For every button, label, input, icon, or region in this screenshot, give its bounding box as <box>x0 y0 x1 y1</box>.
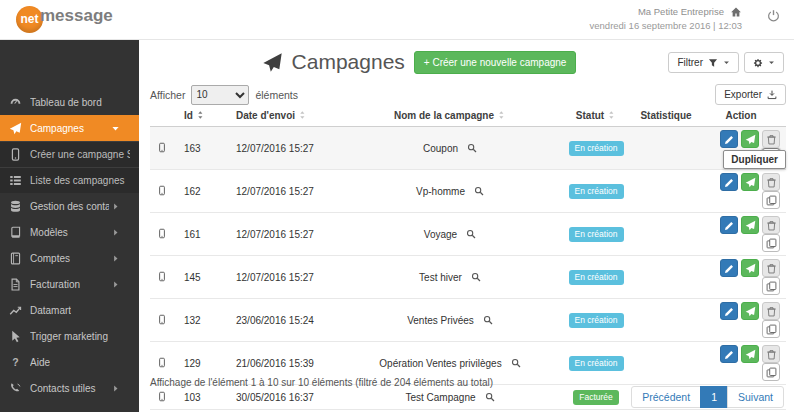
pencil-icon <box>724 134 735 145</box>
status-cell: En création <box>556 213 636 256</box>
mobile-icon <box>157 141 167 154</box>
sidebar-item-label: Comptes <box>30 253 70 264</box>
column-header-date-d-envoi[interactable]: Date d'envoi <box>224 108 344 127</box>
mobile-icon <box>157 390 167 403</box>
mobile-icon <box>157 270 167 283</box>
campaign-name: Vp-homme <box>416 186 465 197</box>
sort-icon <box>608 110 616 120</box>
sidebar-item-aide[interactable]: ?Aide <box>0 349 139 375</box>
delete-button[interactable] <box>762 130 780 148</box>
sms-channel-cell <box>150 385 174 410</box>
pencil-icon <box>724 349 735 360</box>
page-number-button[interactable]: 1 <box>700 386 728 408</box>
copy-icon <box>766 367 777 378</box>
campaign-id: 163 <box>174 127 224 170</box>
sidebar-item-creer-une-campagne-sms[interactable]: Créer une campagne SMS <box>0 141 139 167</box>
delete-button[interactable] <box>762 302 780 320</box>
column-header-id[interactable]: Id <box>174 108 224 127</box>
page-size-select[interactable]: 10 <box>191 85 249 105</box>
send-button[interactable] <box>741 173 759 191</box>
phone-icon <box>9 382 22 395</box>
campaign-name: Coupon <box>423 143 458 154</box>
mobile-icon <box>157 184 167 197</box>
home-icon[interactable] <box>730 6 742 18</box>
next-page-button[interactable]: Suivant <box>727 386 784 408</box>
status-badge: En création <box>569 141 624 156</box>
sidebar-item-facturation[interactable]: Facturation <box>0 271 139 297</box>
search-icon[interactable] <box>511 358 521 368</box>
edit-button[interactable] <box>720 130 738 148</box>
sidebar-item-label: Créer une campagne SMS <box>30 149 130 160</box>
sidebar-item-contacts-utiles[interactable]: Contacts utiles <box>0 375 139 401</box>
sidebar-item-label: Campagnes <box>30 123 84 134</box>
sidebar-item-campagnes[interactable]: Campagnes <box>0 115 139 141</box>
delete-button[interactable] <box>762 259 780 277</box>
export-label: Exporter <box>724 89 762 100</box>
caret-down-icon <box>109 124 122 133</box>
pencil-icon <box>724 177 735 188</box>
action-cell <box>696 170 786 213</box>
edit-button[interactable] <box>720 302 738 320</box>
trash-icon <box>766 263 777 274</box>
search-icon[interactable] <box>471 272 481 282</box>
send-button[interactable] <box>741 302 759 320</box>
campaign-name: Ventes Privées <box>407 315 474 326</box>
page-title: Campagnes <box>292 50 405 74</box>
sidebar-item-gestion-des-contacts[interactable]: Gestion des contacts <box>0 193 139 219</box>
copy-icon <box>766 281 777 292</box>
sidebar-item-datamart[interactable]: Datamart <box>0 297 139 323</box>
sort-icon <box>197 110 205 120</box>
duplicate-button[interactable] <box>762 363 780 381</box>
create-campaign-button[interactable]: + Créer une nouvelle campagne <box>414 51 577 74</box>
sidebar-item-tableau-de-bord[interactable]: Tableau de bord <box>0 89 139 115</box>
statistic-cell <box>636 256 696 299</box>
settings-button[interactable] <box>744 52 784 73</box>
search-icon[interactable] <box>485 392 495 402</box>
trash-icon <box>766 349 777 360</box>
delete-button[interactable] <box>762 345 780 363</box>
search-icon[interactable] <box>466 229 476 239</box>
edit-button[interactable] <box>720 173 738 191</box>
duplicate-button[interactable] <box>762 234 780 252</box>
edit-button[interactable] <box>720 216 738 234</box>
duplicate-button[interactable] <box>762 277 780 295</box>
duplicate-button[interactable] <box>762 320 780 338</box>
statistic-cell <box>636 213 696 256</box>
delete-button[interactable] <box>762 216 780 234</box>
sidebar-item-label: Facturation <box>30 279 80 290</box>
journal-icon <box>9 252 22 265</box>
prev-page-button[interactable]: Précédent <box>631 386 701 408</box>
sidebar-item-modeles[interactable]: Modèles <box>0 219 139 245</box>
sidebar-item-liste-des-campagnes[interactable]: Liste des campagnes <box>0 167 139 193</box>
send-button[interactable] <box>741 216 759 234</box>
table-controls: Afficher 10 éléments Exporter <box>150 84 786 105</box>
question-icon: ? <box>9 356 22 369</box>
search-icon[interactable] <box>474 186 484 196</box>
edit-button[interactable] <box>720 345 738 363</box>
edit-button[interactable] <box>720 259 738 277</box>
campaigns-icon <box>262 52 283 73</box>
sidebar-item-comptes[interactable]: Comptes <box>0 245 139 271</box>
column-header-statut[interactable]: Statut <box>556 108 636 127</box>
sms-channel-cell <box>150 256 174 299</box>
send-button[interactable] <box>741 259 759 277</box>
power-icon[interactable] <box>767 9 780 22</box>
export-button[interactable]: Exporter <box>715 84 786 105</box>
app-logo[interactable]: netmessage <box>16 6 113 33</box>
mobile-icon <box>157 313 167 326</box>
search-icon[interactable] <box>467 143 477 153</box>
duplicate-button[interactable] <box>762 191 780 209</box>
send-button[interactable] <box>741 345 759 363</box>
search-icon[interactable] <box>483 315 493 325</box>
page-header: Campagnes + Créer une nouvelle campagne <box>139 41 699 83</box>
caret-right-icon <box>109 384 122 393</box>
delete-button[interactable] <box>762 173 780 191</box>
sidebar-item-label: Datamart <box>30 305 71 316</box>
send-button[interactable] <box>741 130 759 148</box>
filter-button[interactable]: Filtrer <box>668 52 739 73</box>
book-icon <box>9 226 22 239</box>
sidebar-item-trigger-marketing[interactable]: Trigger marketing <box>0 323 139 349</box>
column-header-nom-de-la-campagne[interactable]: Nom de la campagne <box>344 108 556 127</box>
app-window: netmessage Ma Petite Entreprise vendredi… <box>0 0 794 412</box>
database-icon <box>9 200 22 213</box>
